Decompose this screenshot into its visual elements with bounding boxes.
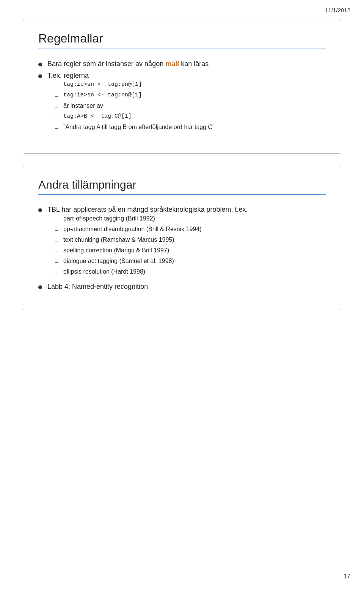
header-date: 11/1/2012: [325, 7, 350, 13]
slide1-b1-highlight: mall: [165, 60, 179, 68]
bullet-dot-s2-1: [38, 208, 42, 212]
slide2-bullet-list: TBL har applicerats på en mängd språktek…: [38, 206, 326, 291]
slide1-bullet1-text: Bara regler som är instanser av någon ma…: [47, 60, 209, 68]
slide2-sub-item-6: – ellipsis resolution (Hardt 1998): [47, 268, 248, 277]
slide2-sub4-text: spelling correction (Mangu & Brill 1997): [63, 247, 169, 254]
slide1-sub1-text: tag:ie>sn <- tag:pn@[1]: [63, 81, 142, 88]
dash-icon-s2-2: –: [55, 226, 60, 235]
slide2-sub1-text: part-of-speech tagging (Brill 1992): [63, 215, 155, 222]
slide1-sub-item-3: – är instanser av: [47, 102, 214, 112]
dash-icon-4: –: [55, 113, 60, 122]
slide1-bullet2-content: T.ex. reglerna – tag:ie>sn <- tag:pn@[1]…: [47, 72, 214, 134]
dash-icon-s2-4: –: [55, 247, 60, 256]
slide1-sub4-text: tag:A>B <- tag:C@[1]: [63, 113, 132, 120]
slide1-bullet-list: Bara regler som är instanser av någon ma…: [38, 60, 326, 134]
dash-icon-s2-5: –: [55, 258, 60, 267]
dash-icon-s2-6: –: [55, 268, 60, 277]
bullet-dot-2: [38, 74, 42, 78]
slide2-b2-text: Labb 4: Named-entity recognition: [47, 283, 148, 291]
slide2-sub-list: – part-of-speech tagging (Brill 1992) – …: [47, 215, 248, 277]
slide2-sub6-text: ellipsis resolution (Hardt 1998): [63, 268, 145, 275]
slide2-title: Andra tillämpningar: [38, 178, 326, 195]
dash-icon-5: –: [55, 124, 60, 133]
dash-icon-3: –: [55, 102, 60, 112]
slide2-bullet-1: TBL har applicerats på en mängd språktek…: [38, 206, 326, 279]
slide2-sub-item-1: – part-of-speech tagging (Brill 1992): [47, 215, 248, 224]
slide2-b1-text: TBL har applicerats på en mängd språktek…: [47, 206, 248, 213]
dash-icon-1: –: [55, 81, 60, 90]
slide1-b1-before: Bara regler som är instanser av någon: [47, 60, 165, 68]
dash-icon-2: –: [55, 92, 60, 101]
slide1-sub3-text: är instanser av: [63, 102, 103, 109]
slide1-sub-item-4: – tag:A>B <- tag:C@[1]: [47, 113, 214, 122]
slide2-bullet-2: Labb 4: Named-entity recognition: [38, 283, 326, 291]
slide2-sub-item-5: – dialogue act tagging (Samuel et al. 19…: [47, 258, 248, 267]
slide1-sub2-text: tag:ie>sn <- tag:nn@[1]: [63, 92, 142, 98]
slide2-sub-item-2: – pp-attachment disambiguation (Brill & …: [47, 226, 248, 235]
bullet-dot-1: [38, 63, 42, 66]
slide1-sub-item-2: – tag:ie>sn <- tag:nn@[1]: [47, 92, 214, 101]
slide2-sub2-text: pp-attachment disambiguation (Brill & Re…: [63, 226, 202, 233]
slide-regelmallar: Regelmallar Bara regler som är instanser…: [23, 19, 341, 154]
slide2-sub-item-3: – text chunking (Ramshaw & Marcus 1995): [47, 236, 248, 246]
slide1-title: Regelmallar: [38, 31, 326, 49]
slide1-sub-list: – tag:ie>sn <- tag:pn@[1] – tag:ie>sn <-…: [47, 81, 214, 133]
slide1-sub-item-5: – ”Ändra tagg A till tagg B om efterfölj…: [47, 124, 214, 133]
slide1-sub-item-1: – tag:ie>sn <- tag:pn@[1]: [47, 81, 214, 90]
slide1-bullet-1: Bara regler som är instanser av någon ma…: [38, 60, 326, 68]
bullet-dot-s2-2: [38, 285, 42, 289]
slide1-sub5-text: ”Ändra tagg A till tagg B om efterföljan…: [63, 124, 214, 131]
slide1-bullet-2: T.ex. reglerna – tag:ie>sn <- tag:pn@[1]…: [38, 72, 326, 134]
dash-icon-s2-1: –: [55, 215, 60, 224]
page-number: 17: [344, 573, 350, 580]
slide2-bullet1-content: TBL har applicerats på en mängd språktek…: [47, 206, 248, 279]
slide2-sub5-text: dialogue act tagging (Samuel et al. 1998…: [63, 258, 174, 265]
slide1-b1-after: kan läras: [179, 60, 209, 68]
slide1-b2-text: T.ex. reglerna: [47, 72, 89, 79]
slide-andra-tillämpningar: Andra tillämpningar TBL har applicerats …: [23, 166, 341, 310]
slide2-sub3-text: text chunking (Ramshaw & Marcus 1995): [63, 236, 174, 243]
slide2-sub-item-4: – spelling correction (Mangu & Brill 199…: [47, 247, 248, 256]
dash-icon-s2-3: –: [55, 236, 60, 246]
